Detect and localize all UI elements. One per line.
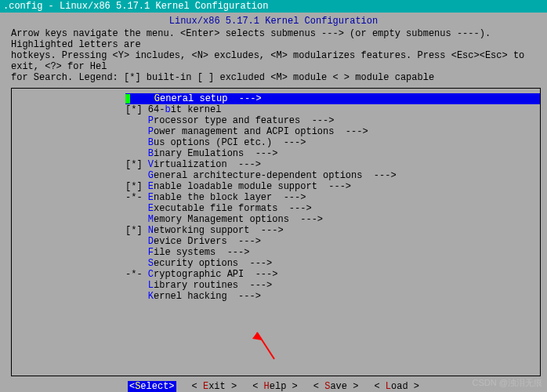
- window-title: .config - Linux/x86 5.17.1 Kernel Config…: [0, 0, 547, 13]
- menu-item[interactable]: Binary Emulations --->: [125, 148, 540, 159]
- menu-item[interactable]: [*] Enable loadable module support --->: [125, 181, 540, 192]
- help-line: Arrow keys navigate the menu. <Enter> se…: [11, 28, 541, 50]
- menu-item[interactable]: Processor type and features --->: [125, 115, 540, 126]
- menu-item[interactable]: Memory Management options --->: [125, 214, 540, 225]
- menu-item[interactable]: [*] Virtualization --->: [125, 159, 540, 170]
- help-button[interactable]: < Help >: [252, 381, 298, 392]
- menu-item[interactable]: -*- Enable the block layer --->: [125, 192, 540, 203]
- menu-item[interactable]: Executable file formats --->: [125, 203, 540, 214]
- menu-item[interactable]: File systems --->: [125, 247, 540, 258]
- menu-item[interactable]: Device Drivers --->: [125, 236, 540, 247]
- help-line: hotkeys. Pressing <Y> includes, <N> excl…: [11, 50, 541, 72]
- menu-item[interactable]: General architecture-dependent options -…: [125, 170, 540, 181]
- help-text: Arrow keys navigate the menu. <Enter> se…: [0, 27, 547, 86]
- select-button[interactable]: <Select>: [128, 381, 176, 392]
- menu-item[interactable]: [*] Networking support --->: [125, 225, 540, 236]
- main-area: Linux/x86 5.17.1 Kernel Configuration Ar…: [0, 13, 547, 392]
- load-button[interactable]: < Load >: [374, 381, 419, 392]
- exit-button[interactable]: < Exit >: [192, 381, 237, 392]
- save-button[interactable]: < Save >: [313, 381, 359, 392]
- page-heading: Linux/x86 5.17.1 Kernel Configuration: [0, 16, 547, 27]
- menu-list[interactable]: General setup --->[*] 64-bit kernel Proc…: [125, 93, 540, 302]
- menu-item[interactable]: -*- Cryptographic API --->: [125, 269, 540, 280]
- menu-item[interactable]: Library routines --->: [125, 280, 540, 291]
- menu-frame: General setup --->[*] 64-bit kernel Proc…: [11, 88, 541, 376]
- menu-item[interactable]: Kernel hacking --->: [125, 291, 540, 302]
- menu-item[interactable]: Security options --->: [125, 258, 540, 269]
- button-bar: <Select>< Exit >< Help >< Save >< Load >: [0, 381, 547, 392]
- menu-item[interactable]: General setup --->: [125, 93, 540, 104]
- help-line: for Search. Legend: [*] built-in [ ] exc…: [11, 72, 541, 83]
- menu-item[interactable]: [*] 64-bit kernel: [125, 104, 540, 115]
- menu-item[interactable]: Bus options (PCI etc.) --->: [125, 137, 540, 148]
- menu-item[interactable]: Power management and ACPI options --->: [125, 126, 540, 137]
- watermark: CSDN @浊泪无痕: [473, 377, 542, 389]
